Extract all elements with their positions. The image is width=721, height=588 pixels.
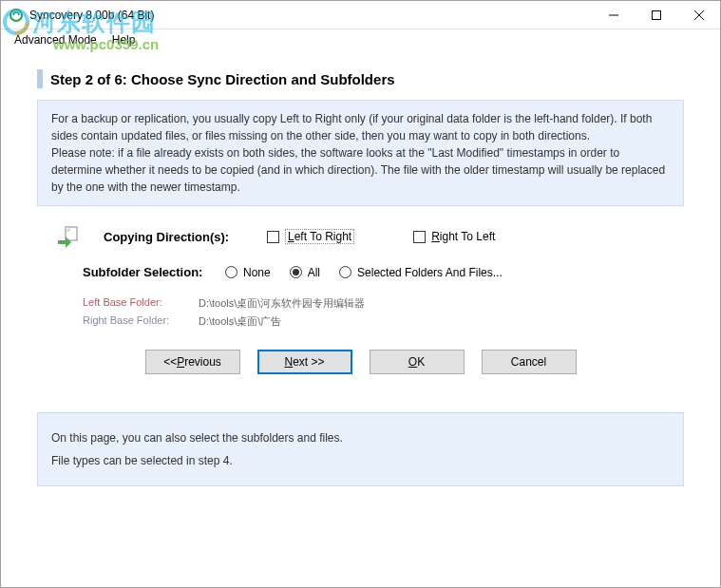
copying-direction-label: Copying Direction(s):	[104, 230, 246, 244]
step-header: Step 2 of 6: Choose Sync Direction and S…	[37, 69, 684, 88]
left-base-folder-value: D:\tools\桌面\河东软件园专用编辑器	[199, 296, 365, 311]
footer-line-2: File types can be selected in step 4.	[51, 449, 670, 472]
radio-label: Selected Folders And Files...	[357, 266, 503, 279]
radio-icon	[339, 266, 351, 278]
radio-none[interactable]: None	[225, 266, 271, 279]
menu-help[interactable]: Help	[104, 31, 143, 48]
left-base-folder-row: Left Base Folder: D:\tools\桌面\河东软件园专用编辑器	[83, 296, 684, 311]
step-title: Step 2 of 6: Choose Sync Direction and S…	[50, 71, 395, 87]
window-title: Syncovery 8.00b (64 Bit)	[29, 9, 592, 22]
maximize-button[interactable]	[635, 1, 677, 28]
button-row: << Previous Next >> OK Cancel	[37, 350, 684, 374]
info-text-1: For a backup or replication, you usually…	[51, 110, 670, 144]
wizard-content: Step 2 of 6: Choose Sync Direction and S…	[1, 50, 720, 505]
radio-label: None	[243, 266, 271, 279]
checkbox-left-to-right[interactable]: Left To Right	[267, 229, 354, 244]
footer-info-box: On this page, you can also select the su…	[37, 412, 684, 486]
right-base-folder-value: D:\tools\桌面\广告	[199, 314, 281, 329]
window-controls	[592, 1, 720, 28]
radio-icon	[290, 266, 302, 278]
previous-button[interactable]: << Previous	[145, 350, 240, 374]
checkbox-icon	[267, 231, 279, 243]
left-base-folder-label: Left Base Folder:	[83, 296, 199, 311]
minimize-button[interactable]	[592, 1, 635, 28]
svg-rect-2	[652, 10, 660, 19]
menubar: Advanced Mode Help	[1, 29, 720, 50]
right-base-folder-label: Right Base Folder:	[83, 314, 199, 329]
app-icon	[9, 8, 24, 23]
next-button[interactable]: Next >>	[257, 350, 352, 374]
cancel-button[interactable]: Cancel	[482, 350, 577, 374]
right-base-folder-row: Right Base Folder: D:\tools\桌面\广告	[83, 314, 684, 329]
subfolder-selection-row: Subfolder Selection: None All Selected F…	[56, 265, 684, 279]
radio-label: All	[308, 266, 320, 279]
radio-selected-folders[interactable]: Selected Folders And Files...	[339, 266, 503, 279]
radio-all[interactable]: All	[290, 266, 320, 279]
close-button[interactable]	[677, 1, 720, 28]
footer-line-1: On this page, you can also select the su…	[51, 427, 670, 449]
radio-icon	[225, 266, 237, 278]
svg-point-0	[10, 9, 22, 21]
ok-button[interactable]: OK	[370, 350, 465, 374]
checkbox-right-to-left[interactable]: Right To Left	[413, 230, 495, 243]
app-window: Syncovery 8.00b (64 Bit) Advanced Mode H…	[0, 0, 721, 588]
checkbox-label: Left To Right	[285, 229, 354, 244]
step-accent	[37, 69, 43, 88]
titlebar: Syncovery 8.00b (64 Bit)	[1, 1, 720, 29]
checkbox-label: Right To Left	[431, 230, 495, 243]
checkbox-icon	[413, 231, 426, 243]
info-text-2: Please note: if a file already exists on…	[51, 144, 670, 196]
direction-icon	[56, 225, 79, 248]
copying-direction-row: Copying Direction(s): Left To Right Righ…	[56, 225, 684, 248]
menu-advanced-mode[interactable]: Advanced Mode	[7, 31, 104, 48]
info-box: For a backup or replication, you usually…	[37, 100, 684, 206]
subfolder-label: Subfolder Selection:	[56, 265, 206, 279]
